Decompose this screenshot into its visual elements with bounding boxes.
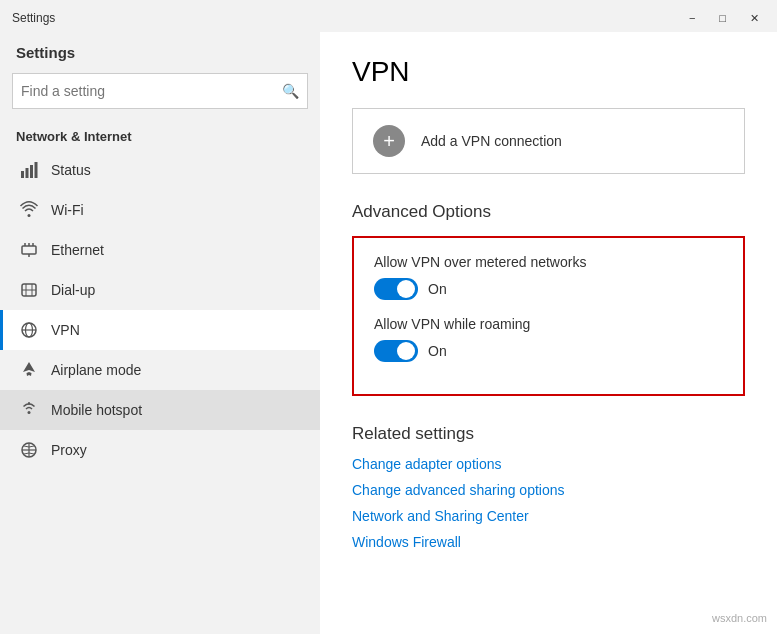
toggle-roaming-knob: [397, 342, 415, 360]
svg-rect-2: [30, 165, 33, 178]
toggle-roaming[interactable]: [374, 340, 418, 362]
app-title: Settings: [12, 11, 55, 25]
sidebar-item-ethernet[interactable]: Ethernet: [0, 230, 320, 270]
add-vpn-label: Add a VPN connection: [421, 133, 562, 149]
sidebar-item-vpn-label: VPN: [51, 322, 80, 338]
search-input[interactable]: [21, 83, 282, 99]
ethernet-icon: [19, 240, 39, 260]
vpn-icon: [19, 320, 39, 340]
related-link-sharing-center[interactable]: Network and Sharing Center: [352, 508, 745, 524]
toggle-metered-knob: [397, 280, 415, 298]
section-label: Network & Internet: [0, 121, 320, 150]
option-metered: Allow VPN over metered networks On: [374, 254, 723, 300]
sidebar-item-status-label: Status: [51, 162, 91, 178]
toggle-roaming-state: On: [428, 343, 447, 359]
search-icon: 🔍: [282, 83, 299, 99]
close-button[interactable]: ✕: [744, 10, 765, 27]
advanced-options-box: Allow VPN over metered networks On Allow…: [352, 236, 745, 396]
related-link-sharing[interactable]: Change advanced sharing options: [352, 482, 745, 498]
option-metered-label: Allow VPN over metered networks: [374, 254, 723, 270]
window-controls: − □ ✕: [683, 10, 765, 27]
airplane-icon: [19, 360, 39, 380]
status-icon: [19, 160, 39, 180]
sidebar-item-status[interactable]: Status: [0, 150, 320, 190]
add-vpn-icon: +: [373, 125, 405, 157]
svg-rect-1: [26, 168, 29, 178]
toggle-roaming-row: On: [374, 340, 723, 362]
app-body: Settings 🔍 Network & Internet Status: [0, 32, 777, 634]
toggle-metered[interactable]: [374, 278, 418, 300]
hotspot-icon: [19, 400, 39, 420]
page-title: VPN: [352, 56, 745, 88]
svg-rect-4: [22, 246, 36, 254]
dialup-icon: [19, 280, 39, 300]
add-vpn-button[interactable]: + Add a VPN connection: [352, 108, 745, 174]
sidebar-item-wifi[interactable]: Wi-Fi: [0, 190, 320, 230]
minimize-button[interactable]: −: [683, 10, 701, 27]
sidebar-item-wifi-label: Wi-Fi: [51, 202, 84, 218]
option-roaming-label: Allow VPN while roaming: [374, 316, 723, 332]
maximize-button[interactable]: □: [713, 10, 732, 27]
svg-rect-3: [35, 162, 38, 178]
sidebar-header: Settings: [0, 32, 320, 69]
sidebar-item-vpn[interactable]: VPN: [0, 310, 320, 350]
search-box[interactable]: 🔍: [12, 73, 308, 109]
title-bar: Settings − □ ✕: [0, 0, 777, 32]
option-roaming: Allow VPN while roaming On: [374, 316, 723, 362]
sidebar-item-proxy-label: Proxy: [51, 442, 87, 458]
sidebar-item-ethernet-label: Ethernet: [51, 242, 104, 258]
toggle-metered-row: On: [374, 278, 723, 300]
advanced-options-title: Advanced Options: [352, 202, 745, 222]
related-link-firewall[interactable]: Windows Firewall: [352, 534, 745, 550]
sidebar-item-airplane-label: Airplane mode: [51, 362, 141, 378]
sidebar-item-hotspot-label: Mobile hotspot: [51, 402, 142, 418]
related-link-adapter[interactable]: Change adapter options: [352, 456, 745, 472]
sidebar-item-airplane[interactable]: Airplane mode: [0, 350, 320, 390]
proxy-icon: [19, 440, 39, 460]
related-settings-title: Related settings: [352, 424, 745, 444]
sidebar-item-dialup[interactable]: Dial-up: [0, 270, 320, 310]
sidebar-item-proxy[interactable]: Proxy: [0, 430, 320, 470]
wifi-icon: [19, 200, 39, 220]
svg-rect-0: [21, 171, 24, 178]
sidebar: Settings 🔍 Network & Internet Status: [0, 32, 320, 634]
sidebar-item-hotspot[interactable]: Mobile hotspot: [0, 390, 320, 430]
watermark: wsxdn.com: [712, 612, 767, 624]
sidebar-item-dialup-label: Dial-up: [51, 282, 95, 298]
toggle-metered-state: On: [428, 281, 447, 297]
main-panel: VPN + Add a VPN connection Advanced Opti…: [320, 32, 777, 634]
